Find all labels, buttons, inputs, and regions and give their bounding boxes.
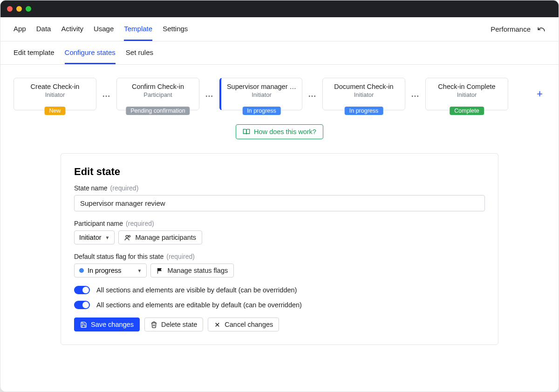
editable-toggle-row: All sections and elements are editable b… — [74, 301, 485, 309]
state-badge: Pending confirmation — [126, 107, 190, 115]
save-icon — [80, 321, 87, 328]
users-icon — [124, 234, 131, 241]
x-icon — [214, 321, 221, 328]
svg-point-1 — [129, 235, 130, 237]
state-badge: Complete — [450, 107, 484, 115]
visible-toggle-row: All sections and elements are visible by… — [74, 286, 485, 294]
state-connector-menu[interactable]: … — [101, 89, 112, 99]
chevron-down-icon: ▼ — [105, 235, 110, 240]
state-badge: In progress — [345, 107, 383, 115]
title-bar — [0, 0, 559, 17]
undo-icon[interactable] — [537, 25, 545, 34]
chevron-down-icon: ▼ — [137, 268, 142, 273]
state-title: Document Check-in — [327, 83, 400, 90]
state-card[interactable]: Create Check-inInitiatorNew — [14, 78, 96, 110]
delete-state-button[interactable]: Delete state — [144, 318, 203, 331]
manage-participants-button[interactable]: Manage participants — [118, 230, 202, 244]
state-role: Initiator — [327, 91, 400, 98]
state-badge: New — [44, 107, 65, 115]
performance-link[interactable]: Performance — [491, 25, 531, 33]
window-close-dot[interactable] — [7, 6, 13, 12]
state-title: Confirm Check-in — [122, 83, 194, 90]
how-does-this-work-button[interactable]: How does this work? — [236, 124, 323, 139]
editable-toggle[interactable] — [74, 301, 90, 309]
cancel-button[interactable]: Cancel changes — [208, 318, 279, 331]
state-connector-menu[interactable]: … — [410, 89, 421, 99]
state-connector-menu[interactable]: … — [204, 89, 215, 99]
app-window: AppDataActivityUsageTemplateSettings Per… — [0, 0, 559, 392]
state-title: Supervisor manager … — [226, 83, 297, 90]
visible-toggle-label: All sections and elements are visible by… — [96, 286, 297, 294]
panel-heading: Edit state — [74, 166, 485, 178]
window-maximize-dot[interactable] — [26, 6, 31, 12]
trash-icon — [150, 321, 157, 328]
participant-name-label: Participant name (required) — [74, 220, 485, 227]
sub-nav-edit-template[interactable]: Edit template — [14, 41, 55, 64]
state-name-label: State name (required) — [74, 184, 485, 192]
status-flag-select[interactable]: In progress ▼ — [74, 264, 147, 277]
sub-nav-configure-states[interactable]: Configure states — [65, 41, 116, 64]
nav-item-template[interactable]: Template — [124, 17, 152, 41]
state-role: Participant — [122, 91, 194, 98]
nav-item-usage[interactable]: Usage — [94, 17, 114, 41]
participant-value: Initiator — [79, 234, 102, 241]
participant-select[interactable]: Initiator ▼ — [74, 230, 115, 244]
states-row: Create Check-inInitiatorNew…Confirm Chec… — [0, 65, 559, 122]
status-flag-value: In progress — [88, 267, 122, 274]
state-title: Check-in Complete — [430, 83, 503, 90]
sub-nav: Edit templateConfigure statesSet rules — [0, 41, 559, 65]
state-role: Initiator — [226, 91, 297, 98]
nav-item-app[interactable]: App — [14, 17, 26, 41]
nav-item-data[interactable]: Data — [36, 17, 51, 41]
status-flag-label: Default status flag for this state (requ… — [74, 253, 485, 260]
state-card[interactable]: Document Check-inInitiatorIn progress — [322, 78, 405, 110]
svg-point-0 — [126, 235, 129, 237]
state-role: Initiator — [19, 91, 91, 98]
nav-right: Performance — [491, 25, 545, 34]
top-nav: AppDataActivityUsageTemplateSettings Per… — [0, 17, 559, 41]
action-row: Save changes Delete state Cancel changes — [74, 318, 485, 331]
state-role: Initiator — [430, 91, 503, 98]
add-state-button[interactable]: + — [534, 88, 545, 100]
state-card[interactable]: Supervisor manager …InitiatorIn progress — [219, 78, 302, 110]
state-card[interactable]: Confirm Check-inParticipantPending confi… — [116, 78, 199, 110]
state-connector-menu[interactable]: … — [307, 89, 318, 99]
sub-nav-set-rules[interactable]: Set rules — [126, 41, 153, 64]
state-title: Create Check-in — [19, 83, 91, 90]
visible-toggle[interactable] — [74, 286, 90, 294]
state-name-input[interactable] — [74, 195, 485, 211]
editable-toggle-label: All sections and elements are editable b… — [96, 301, 302, 309]
edit-state-panel: Edit state State name (required) Partici… — [61, 153, 498, 345]
state-card[interactable]: Check-in CompleteInitiatorComplete — [425, 78, 508, 110]
help-label: How does this work? — [254, 128, 316, 135]
manage-status-flags-button[interactable]: Manage status flags — [150, 264, 234, 277]
save-button[interactable]: Save changes — [74, 318, 140, 331]
nav-item-settings[interactable]: Settings — [163, 17, 188, 41]
flag-icon — [157, 267, 164, 274]
state-badge: In progress — [242, 107, 281, 115]
window-minimize-dot[interactable] — [16, 6, 22, 12]
help-wrap: How does this work? — [0, 122, 559, 153]
nav-item-activity[interactable]: Activity — [61, 17, 83, 41]
status-dot-icon — [79, 268, 84, 273]
book-icon — [243, 128, 250, 135]
